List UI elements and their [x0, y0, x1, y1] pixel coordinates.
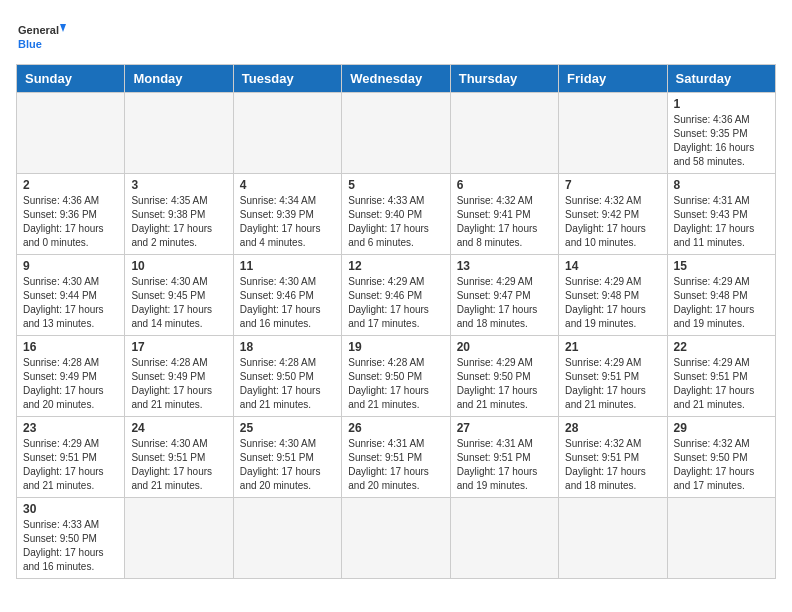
day-number: 13 — [457, 259, 552, 273]
day-number: 10 — [131, 259, 226, 273]
day-number: 26 — [348, 421, 443, 435]
day-cell-23: 23Sunrise: 4:29 AM Sunset: 9:51 PM Dayli… — [17, 417, 125, 498]
day-info: Sunrise: 4:33 AM Sunset: 9:50 PM Dayligh… — [23, 518, 118, 574]
calendar-week-2: 2Sunrise: 4:36 AM Sunset: 9:36 PM Daylig… — [17, 174, 776, 255]
day-cell-24: 24Sunrise: 4:30 AM Sunset: 9:51 PM Dayli… — [125, 417, 233, 498]
day-number: 14 — [565, 259, 660, 273]
day-info: Sunrise: 4:29 AM Sunset: 9:51 PM Dayligh… — [674, 356, 769, 412]
day-cell-18: 18Sunrise: 4:28 AM Sunset: 9:50 PM Dayli… — [233, 336, 341, 417]
day-info: Sunrise: 4:32 AM Sunset: 9:41 PM Dayligh… — [457, 194, 552, 250]
day-info: Sunrise: 4:28 AM Sunset: 9:50 PM Dayligh… — [240, 356, 335, 412]
day-cell-empty — [125, 498, 233, 579]
day-cell-empty — [450, 498, 558, 579]
day-number: 21 — [565, 340, 660, 354]
day-cell-26: 26Sunrise: 4:31 AM Sunset: 9:51 PM Dayli… — [342, 417, 450, 498]
day-cell-empty — [450, 93, 558, 174]
day-cell-22: 22Sunrise: 4:29 AM Sunset: 9:51 PM Dayli… — [667, 336, 775, 417]
day-number: 11 — [240, 259, 335, 273]
day-cell-5: 5Sunrise: 4:33 AM Sunset: 9:40 PM Daylig… — [342, 174, 450, 255]
calendar-week-4: 16Sunrise: 4:28 AM Sunset: 9:49 PM Dayli… — [17, 336, 776, 417]
day-header-friday: Friday — [559, 65, 667, 93]
day-info: Sunrise: 4:29 AM Sunset: 9:48 PM Dayligh… — [674, 275, 769, 331]
svg-rect-0 — [16, 16, 66, 56]
day-number: 8 — [674, 178, 769, 192]
day-cell-4: 4Sunrise: 4:34 AM Sunset: 9:39 PM Daylig… — [233, 174, 341, 255]
day-cell-6: 6Sunrise: 4:32 AM Sunset: 9:41 PM Daylig… — [450, 174, 558, 255]
day-info: Sunrise: 4:29 AM Sunset: 9:48 PM Dayligh… — [565, 275, 660, 331]
day-info: Sunrise: 4:32 AM Sunset: 9:42 PM Dayligh… — [565, 194, 660, 250]
day-header-wednesday: Wednesday — [342, 65, 450, 93]
day-cell-25: 25Sunrise: 4:30 AM Sunset: 9:51 PM Dayli… — [233, 417, 341, 498]
day-cell-empty — [233, 498, 341, 579]
day-number: 6 — [457, 178, 552, 192]
calendar-header-row: SundayMondayTuesdayWednesdayThursdayFrid… — [17, 65, 776, 93]
svg-text:General: General — [18, 24, 59, 36]
day-number: 18 — [240, 340, 335, 354]
day-cell-16: 16Sunrise: 4:28 AM Sunset: 9:49 PM Dayli… — [17, 336, 125, 417]
day-cell-19: 19Sunrise: 4:28 AM Sunset: 9:50 PM Dayli… — [342, 336, 450, 417]
day-number: 7 — [565, 178, 660, 192]
day-number: 19 — [348, 340, 443, 354]
day-number: 28 — [565, 421, 660, 435]
day-cell-20: 20Sunrise: 4:29 AM Sunset: 9:50 PM Dayli… — [450, 336, 558, 417]
calendar-week-3: 9Sunrise: 4:30 AM Sunset: 9:44 PM Daylig… — [17, 255, 776, 336]
day-info: Sunrise: 4:29 AM Sunset: 9:51 PM Dayligh… — [23, 437, 118, 493]
day-cell-14: 14Sunrise: 4:29 AM Sunset: 9:48 PM Dayli… — [559, 255, 667, 336]
day-cell-27: 27Sunrise: 4:31 AM Sunset: 9:51 PM Dayli… — [450, 417, 558, 498]
day-info: Sunrise: 4:33 AM Sunset: 9:40 PM Dayligh… — [348, 194, 443, 250]
day-cell-13: 13Sunrise: 4:29 AM Sunset: 9:47 PM Dayli… — [450, 255, 558, 336]
day-cell-1: 1Sunrise: 4:36 AM Sunset: 9:35 PM Daylig… — [667, 93, 775, 174]
day-info: Sunrise: 4:28 AM Sunset: 9:49 PM Dayligh… — [23, 356, 118, 412]
day-info: Sunrise: 4:30 AM Sunset: 9:51 PM Dayligh… — [131, 437, 226, 493]
calendar-week-1: 1Sunrise: 4:36 AM Sunset: 9:35 PM Daylig… — [17, 93, 776, 174]
day-cell-30: 30Sunrise: 4:33 AM Sunset: 9:50 PM Dayli… — [17, 498, 125, 579]
day-info: Sunrise: 4:30 AM Sunset: 9:46 PM Dayligh… — [240, 275, 335, 331]
day-cell-empty — [233, 93, 341, 174]
day-info: Sunrise: 4:30 AM Sunset: 9:45 PM Dayligh… — [131, 275, 226, 331]
day-cell-empty — [559, 498, 667, 579]
logo: General Blue — [16, 16, 66, 56]
day-info: Sunrise: 4:34 AM Sunset: 9:39 PM Dayligh… — [240, 194, 335, 250]
day-info: Sunrise: 4:29 AM Sunset: 9:47 PM Dayligh… — [457, 275, 552, 331]
day-cell-empty — [342, 498, 450, 579]
day-number: 1 — [674, 97, 769, 111]
day-info: Sunrise: 4:30 AM Sunset: 9:44 PM Dayligh… — [23, 275, 118, 331]
day-number: 15 — [674, 259, 769, 273]
calendar-week-5: 23Sunrise: 4:29 AM Sunset: 9:51 PM Dayli… — [17, 417, 776, 498]
day-cell-28: 28Sunrise: 4:32 AM Sunset: 9:51 PM Dayli… — [559, 417, 667, 498]
day-info: Sunrise: 4:29 AM Sunset: 9:50 PM Dayligh… — [457, 356, 552, 412]
day-cell-29: 29Sunrise: 4:32 AM Sunset: 9:50 PM Dayli… — [667, 417, 775, 498]
day-info: Sunrise: 4:35 AM Sunset: 9:38 PM Dayligh… — [131, 194, 226, 250]
day-info: Sunrise: 4:32 AM Sunset: 9:51 PM Dayligh… — [565, 437, 660, 493]
day-cell-15: 15Sunrise: 4:29 AM Sunset: 9:48 PM Dayli… — [667, 255, 775, 336]
day-number: 16 — [23, 340, 118, 354]
day-number: 30 — [23, 502, 118, 516]
logo-svg: General Blue — [16, 16, 66, 56]
day-number: 29 — [674, 421, 769, 435]
day-cell-7: 7Sunrise: 4:32 AM Sunset: 9:42 PM Daylig… — [559, 174, 667, 255]
day-number: 4 — [240, 178, 335, 192]
day-info: Sunrise: 4:31 AM Sunset: 9:51 PM Dayligh… — [457, 437, 552, 493]
day-header-monday: Monday — [125, 65, 233, 93]
svg-text:Blue: Blue — [18, 38, 42, 50]
day-number: 12 — [348, 259, 443, 273]
day-cell-2: 2Sunrise: 4:36 AM Sunset: 9:36 PM Daylig… — [17, 174, 125, 255]
calendar-table: SundayMondayTuesdayWednesdayThursdayFrid… — [16, 64, 776, 579]
day-info: Sunrise: 4:36 AM Sunset: 9:36 PM Dayligh… — [23, 194, 118, 250]
calendar-week-6: 30Sunrise: 4:33 AM Sunset: 9:50 PM Dayli… — [17, 498, 776, 579]
day-cell-3: 3Sunrise: 4:35 AM Sunset: 9:38 PM Daylig… — [125, 174, 233, 255]
day-number: 17 — [131, 340, 226, 354]
day-number: 27 — [457, 421, 552, 435]
day-info: Sunrise: 4:31 AM Sunset: 9:51 PM Dayligh… — [348, 437, 443, 493]
day-info: Sunrise: 4:29 AM Sunset: 9:51 PM Dayligh… — [565, 356, 660, 412]
day-cell-21: 21Sunrise: 4:29 AM Sunset: 9:51 PM Dayli… — [559, 336, 667, 417]
day-cell-11: 11Sunrise: 4:30 AM Sunset: 9:46 PM Dayli… — [233, 255, 341, 336]
day-header-saturday: Saturday — [667, 65, 775, 93]
day-number: 23 — [23, 421, 118, 435]
day-cell-17: 17Sunrise: 4:28 AM Sunset: 9:49 PM Dayli… — [125, 336, 233, 417]
day-info: Sunrise: 4:30 AM Sunset: 9:51 PM Dayligh… — [240, 437, 335, 493]
day-info: Sunrise: 4:28 AM Sunset: 9:50 PM Dayligh… — [348, 356, 443, 412]
day-number: 5 — [348, 178, 443, 192]
day-number: 22 — [674, 340, 769, 354]
day-number: 2 — [23, 178, 118, 192]
